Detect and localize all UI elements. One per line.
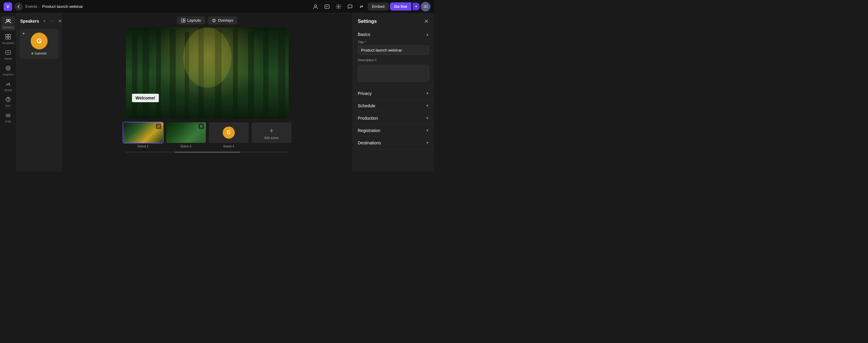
sidebar-item-graphics[interactable]: Graphics	[1, 63, 16, 78]
description-info-icon: ℹ	[375, 58, 376, 62]
settings-section-destinations: Destinations ▼	[353, 137, 434, 149]
settings-section-production: Production ▼	[353, 112, 434, 124]
sidebar-item-speakers[interactable]: Speakers	[1, 16, 16, 31]
schedule-chevron: ▼	[426, 104, 429, 108]
settings-section-registration: Registration ▼	[353, 124, 434, 137]
title-field-label: Title *	[358, 40, 429, 44]
sidebar-label-speakers: Speakers	[2, 26, 14, 29]
privacy-header[interactable]: Privacy ▼	[353, 87, 434, 99]
layouts-button[interactable]: Layouts	[177, 16, 205, 24]
scene-speaker-view: G	[209, 122, 249, 143]
breadcrumb-parent[interactable]: Events	[25, 4, 37, 9]
app-logo[interactable]: V	[4, 2, 12, 11]
scrollbar-thumb	[175, 152, 240, 153]
sidebar-item-brand[interactable]: Brand	[1, 79, 16, 93]
scene-image-3[interactable]: ⊡	[165, 122, 207, 144]
registration-title: Registration	[358, 128, 380, 133]
destinations-header[interactable]: Destinations ▼	[353, 137, 434, 149]
add-speaker-button[interactable]: ＋	[41, 18, 48, 25]
svg-rect-26	[248, 31, 254, 119]
sidebar-item-templates[interactable]: Templates	[1, 32, 16, 46]
panel-header-icons: ＋ ⋯ ✕	[41, 18, 64, 25]
more-options-button[interactable]: ⋯	[49, 18, 56, 25]
speaker-card[interactable]: ✦ G Gabrielle	[20, 29, 59, 59]
settings-title: Settings	[358, 19, 424, 24]
top-nav: V Events › Product launch webinar	[0, 0, 434, 13]
title-field-input[interactable]	[358, 45, 429, 55]
scene-image-1[interactable]: ⊡	[123, 122, 164, 144]
main-area: Speakers Templates Media	[0, 13, 434, 172]
scene-avatar: G	[223, 127, 235, 138]
scene-image-4[interactable]: G	[208, 122, 249, 144]
settings-close-button[interactable]: ✕	[424, 18, 429, 25]
settings-section-schedule: Schedule ▼	[353, 100, 434, 112]
templates-icon	[5, 34, 11, 41]
sidebar-item-qa[interactable]: Q&A	[1, 95, 16, 109]
scene-thumb-3[interactable]: ⊡ Scene 3	[165, 122, 207, 148]
welcome-badge: Welcome!	[132, 94, 159, 102]
schedule-header[interactable]: Schedule ▼	[353, 100, 434, 112]
svg-rect-18	[132, 33, 137, 119]
description-field-textarea[interactable]	[358, 65, 429, 82]
panel-title: Speakers	[20, 19, 39, 24]
speakers-icon	[5, 18, 11, 25]
link-icon-btn[interactable]	[356, 1, 367, 12]
settings-icon-btn[interactable]	[333, 1, 344, 12]
breadcrumb: Events › Product launch webinar	[25, 4, 83, 9]
svg-rect-13	[181, 19, 183, 22]
registration-header[interactable]: Registration ▼	[353, 124, 434, 136]
add-scene-label: Add scene	[264, 136, 278, 139]
scene-add-container[interactable]: ＋ Add scene	[251, 122, 292, 144]
add-scene-area: ＋ Add scene	[252, 122, 291, 143]
golive-button[interactable]: Go live	[390, 2, 411, 10]
polls-icon	[5, 112, 11, 119]
scene-scrollbar[interactable]	[126, 152, 289, 153]
svg-rect-15	[184, 21, 185, 22]
preview-container: Welcome!	[126, 27, 289, 119]
svg-rect-7	[6, 37, 8, 39]
scene-4-label: Scene 4	[223, 145, 234, 148]
scene-thumb-add[interactable]: ＋ Add scene	[251, 122, 292, 144]
chat-icon-btn[interactable]	[345, 1, 355, 12]
nav-icons: Embed Go live ▾ JD	[310, 1, 430, 12]
media-icon-btn[interactable]	[322, 1, 332, 12]
scene-thumb-1[interactable]: ⊡ Scene 1	[123, 122, 164, 148]
breadcrumb-sep: ›	[39, 4, 40, 9]
production-chevron: ▼	[426, 116, 429, 120]
privacy-chevron: ▼	[426, 91, 429, 96]
settings-section-privacy: Privacy ▼	[353, 87, 434, 100]
screen-icon: ⊡	[156, 124, 161, 129]
svg-point-10	[6, 66, 10, 70]
overlays-label: Overlays	[218, 18, 233, 23]
basics-title: Basics	[358, 32, 370, 37]
sidebar-item-polls[interactable]: Polls	[1, 110, 16, 125]
production-header[interactable]: Production ▼	[353, 112, 434, 124]
center-area: Layouts Overlays	[62, 13, 352, 172]
scene-thumb-4[interactable]: G Scene 4	[208, 122, 249, 148]
settings-body: Basics ▲ Title * Description ℹ Privacy	[353, 28, 434, 172]
profile-icon-btn[interactable]	[310, 1, 321, 12]
left-sidebar: Speakers Templates Media	[0, 13, 17, 172]
speakers-panel-header: Speakers ＋ ⋯ ✕	[17, 13, 61, 28]
svg-rect-14	[184, 19, 185, 20]
qa-icon	[5, 96, 11, 103]
svg-point-29	[183, 27, 231, 88]
sidebar-label-graphics: Graphics	[3, 73, 13, 76]
destinations-title: Destinations	[358, 141, 381, 145]
online-indicator	[31, 53, 33, 55]
scene-row: ⊡ Scene 1 ⊡ Scene 3 G	[123, 119, 292, 151]
sidebar-item-media[interactable]: Media	[1, 48, 16, 62]
overlays-button[interactable]: Overlays	[208, 16, 238, 24]
scene-3-label: Scene 3	[180, 145, 191, 148]
sidebar-label-qa: Q&A	[5, 104, 11, 107]
back-button[interactable]	[14, 2, 23, 11]
embed-button[interactable]: Embed	[368, 2, 389, 10]
user-avatar[interactable]: JD	[421, 2, 430, 11]
basics-header[interactable]: Basics ▲	[353, 28, 434, 40]
layouts-label: Layouts	[187, 18, 201, 23]
schedule-title: Schedule	[358, 103, 375, 108]
magic-wand-icon: ✦	[22, 31, 25, 36]
svg-rect-6	[8, 34, 10, 36]
golive-dropdown[interactable]: ▾	[412, 3, 420, 10]
settings-panel: Settings ✕ Basics ▲ Title * Description …	[352, 13, 434, 172]
